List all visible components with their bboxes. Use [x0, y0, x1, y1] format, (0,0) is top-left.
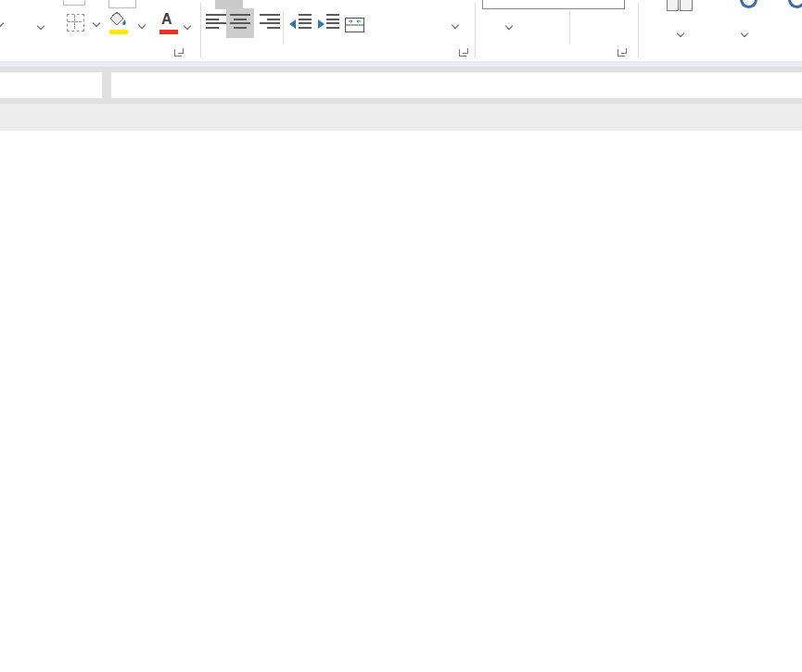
spreadsheet-grid [0, 131, 802, 672]
conditional-formatting-icon-fragment [680, 0, 693, 11]
formula-bar [0, 67, 802, 104]
alignment-dialog-launcher-icon[interactable] [459, 46, 469, 57]
font-dialog-launcher-icon[interactable] [174, 46, 185, 57]
increase-decimal-button[interactable] [576, 13, 600, 37]
chevron-down-icon [452, 21, 460, 30]
group-separator [475, 3, 476, 58]
number-dialog-launcher-icon[interactable] [617, 46, 628, 57]
fill-color-highlight-box [99, 6, 151, 44]
font-color-button[interactable]: A [158, 11, 197, 39]
cell-styles-button[interactable] [781, 11, 802, 43]
increase-indent-button[interactable] [317, 14, 339, 32]
chevron-down-icon [184, 22, 192, 31]
chevron-down-icon [37, 22, 45, 31]
font-color-icon: A [161, 11, 172, 28]
formula-input[interactable] [111, 72, 802, 98]
chevron-down-icon [677, 30, 685, 38]
cell-styles-icon-fragment [787, 0, 802, 9]
styles-group-label [696, 45, 752, 58]
decrease-indent-button[interactable] [289, 14, 312, 32]
column-headers [0, 104, 802, 131]
excel-window: A [0, 0, 802, 672]
accounting-format-button[interactable] [486, 13, 517, 37]
underline-label [13, 17, 17, 32]
enter-icon[interactable] [41, 72, 61, 98]
conditional-formatting-button[interactable] [643, 11, 718, 43]
align-right-icon [260, 14, 280, 32]
cancel-icon[interactable] [6, 72, 26, 98]
separator [569, 11, 570, 44]
chevron-down-icon [505, 22, 514, 31]
align-left-icon [206, 14, 226, 32]
merge-center-icon [345, 18, 364, 32]
number-format-box-fragment [482, 0, 625, 9]
chevron-down-icon [741, 30, 749, 38]
insert-function-icon[interactable] [76, 72, 96, 98]
cut-button-fragment [63, 0, 85, 6]
underline-button[interactable] [13, 12, 50, 38]
merge-center-button[interactable] [345, 12, 465, 40]
font-group-label [34, 45, 90, 58]
borders-icon [67, 14, 84, 32]
ribbon: A [0, 0, 802, 61]
decrease-decimal-button[interactable] [604, 13, 628, 37]
format-as-table-button[interactable] [716, 11, 773, 43]
font-color-swatch [159, 30, 178, 34]
align-center-icon [230, 14, 250, 32]
alignment-group-label [286, 45, 360, 58]
group-separator [638, 3, 639, 58]
percent-style-button[interactable] [525, 15, 543, 37]
separator [283, 11, 284, 44]
number-group-label [519, 45, 589, 58]
conditional-formatting-icon-fragment [667, 0, 679, 11]
align-center-button[interactable] [226, 8, 254, 38]
comma-style-button[interactable] [551, 9, 564, 33]
cut-chevron-fragment [0, 19, 5, 28]
group-separator [200, 3, 201, 58]
format-as-table-icon-fragment [739, 0, 757, 9]
